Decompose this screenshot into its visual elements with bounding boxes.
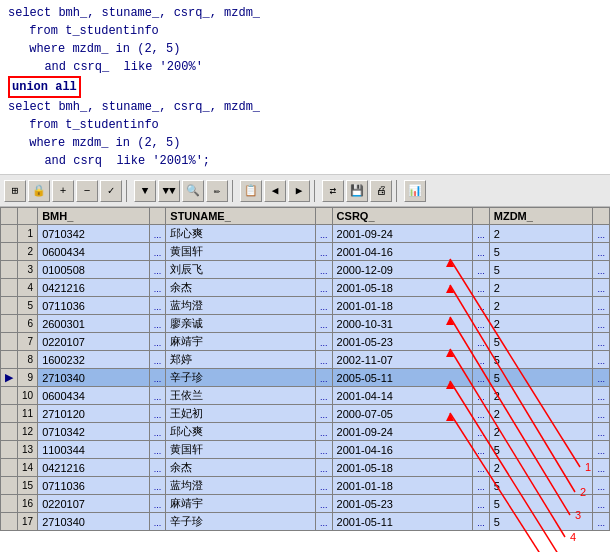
cell-stuname-dots: ... bbox=[316, 333, 333, 351]
table-body: 10710342...邱心爽...2001-09-24...2...206004… bbox=[1, 225, 610, 531]
row-arrow-cell bbox=[1, 423, 18, 441]
table-row[interactable]: 120710342...邱心爽...2001-09-24...2... bbox=[1, 423, 610, 441]
row-arrow-cell bbox=[1, 243, 18, 261]
cell-mzdm-dots: ... bbox=[593, 369, 610, 387]
cell-bmh: 2710120 bbox=[38, 405, 150, 423]
cell-mzdm-dots: ... bbox=[593, 423, 610, 441]
table-row[interactable]: 112710120...王妃初...2000-07-05...2... bbox=[1, 405, 610, 423]
row-number: 9 bbox=[18, 369, 38, 387]
cell-stuname-dots: ... bbox=[316, 477, 333, 495]
cell-stuname-dots: ... bbox=[316, 243, 333, 261]
cell-csrq: 2001-04-16 bbox=[332, 441, 473, 459]
code-line-7: from t_studentinfo bbox=[6, 116, 604, 134]
cell-bmh-dots: ... bbox=[149, 243, 166, 261]
table-row[interactable]: 10710342...邱心爽...2001-09-24...2... bbox=[1, 225, 610, 243]
cell-stuname: 刘辰飞 bbox=[166, 261, 316, 279]
cell-csrq-dots: ... bbox=[473, 387, 490, 405]
table-row[interactable]: 100600434...王依兰...2001-04-14...2... bbox=[1, 387, 610, 405]
cell-csrq-dots: ... bbox=[473, 297, 490, 315]
cell-bmh-dots: ... bbox=[149, 459, 166, 477]
cell-stuname-dots: ... bbox=[316, 423, 333, 441]
cell-stuname: 余杰 bbox=[166, 459, 316, 477]
cell-mzdm-dots: ... bbox=[593, 297, 610, 315]
cell-bmh: 0421216 bbox=[38, 279, 150, 297]
chart-button[interactable]: 📊 bbox=[404, 180, 426, 202]
cell-mzdm-dots: ... bbox=[593, 333, 610, 351]
cell-csrq: 2001-05-23 bbox=[332, 495, 473, 513]
cell-bmh-dots: ... bbox=[149, 423, 166, 441]
grid-view-button[interactable]: ⊞ bbox=[4, 180, 26, 202]
cell-stuname: 蓝均澄 bbox=[166, 297, 316, 315]
cell-bmh-dots: ... bbox=[149, 261, 166, 279]
cell-bmh-dots: ... bbox=[149, 477, 166, 495]
cell-mzdm: 2 bbox=[489, 225, 593, 243]
cell-bmh-dots: ... bbox=[149, 495, 166, 513]
sort-asc-button[interactable]: ▼ bbox=[134, 180, 156, 202]
edit-button[interactable]: ✏ bbox=[206, 180, 228, 202]
table-row[interactable]: 20600434...黄国轩...2001-04-16...5... bbox=[1, 243, 610, 261]
col-stuname-dots bbox=[316, 208, 333, 225]
cell-bmh: 0600434 bbox=[38, 243, 150, 261]
code-line-8: where mzdm_ in (2, 5) bbox=[6, 134, 604, 152]
table-row[interactable]: 70220107...麻靖宇...2001-05-23...5... bbox=[1, 333, 610, 351]
cell-mzdm: 2 bbox=[489, 315, 593, 333]
cell-mzdm-dots: ... bbox=[593, 495, 610, 513]
transfer-button[interactable]: ⇄ bbox=[322, 180, 344, 202]
table-row[interactable]: 30100508...刘辰飞...2000-12-09...5... bbox=[1, 261, 610, 279]
table-row[interactable]: ▶92710340...辛子珍...2005-05-11...5... bbox=[1, 369, 610, 387]
code-line-1: select bmh_, stuname_, csrq_, mzdm_ bbox=[6, 4, 604, 22]
print-button[interactable]: 🖨 bbox=[370, 180, 392, 202]
table-row[interactable]: 40421216...余杰...2001-05-18...2... bbox=[1, 279, 610, 297]
table-row[interactable]: 62600301...廖亲诚...2000-10-31...2... bbox=[1, 315, 610, 333]
cell-bmh: 0220107 bbox=[38, 333, 150, 351]
table-row[interactable]: 50711036...蓝均澄...2001-01-18...2... bbox=[1, 297, 610, 315]
cell-csrq: 2001-01-18 bbox=[332, 297, 473, 315]
cell-csrq-dots: ... bbox=[473, 243, 490, 261]
col-bmh-dots bbox=[149, 208, 166, 225]
cell-mzdm-dots: ... bbox=[593, 225, 610, 243]
cell-stuname-dots: ... bbox=[316, 261, 333, 279]
cell-csrq: 2001-05-11 bbox=[332, 513, 473, 531]
sort-desc-button[interactable]: ▼▼ bbox=[158, 180, 180, 202]
search-button[interactable]: 🔍 bbox=[182, 180, 204, 202]
table-row[interactable]: 172710340...辛子珍...2001-05-11...5... bbox=[1, 513, 610, 531]
remove-row-button[interactable]: − bbox=[76, 180, 98, 202]
row-arrow-cell bbox=[1, 441, 18, 459]
add-row-button[interactable]: + bbox=[52, 180, 74, 202]
row-number: 16 bbox=[18, 495, 38, 513]
table-row[interactable]: 131100344...黄国轩...2001-04-16...5... bbox=[1, 441, 610, 459]
cell-stuname-dots: ... bbox=[316, 495, 333, 513]
cell-mzdm: 5 bbox=[489, 243, 593, 261]
col-stuname[interactable]: STUNAME_ bbox=[166, 208, 316, 225]
confirm-button[interactable]: ✓ bbox=[100, 180, 122, 202]
code-line-6: select bmh_, stuname_, csrq_, mzdm_ bbox=[6, 98, 604, 116]
table-row[interactable]: 140421216...余杰...2001-05-18...2... bbox=[1, 459, 610, 477]
cell-bmh-dots: ... bbox=[149, 225, 166, 243]
table-row[interactable]: 150711036...蓝均澄...2001-01-18...5... bbox=[1, 477, 610, 495]
table-row[interactable]: 160220107...麻靖宇...2001-05-23...5... bbox=[1, 495, 610, 513]
cell-stuname-dots: ... bbox=[316, 297, 333, 315]
save-button[interactable]: 💾 bbox=[346, 180, 368, 202]
code-editor[interactable]: select bmh_, stuname_, csrq_, mzdm_ from… bbox=[0, 0, 610, 175]
code-line-9: and csrq like '2001%'; bbox=[6, 152, 604, 170]
cell-stuname-dots: ... bbox=[316, 315, 333, 333]
col-mzdm[interactable]: MZDM_ bbox=[489, 208, 593, 225]
cell-mzdm-dots: ... bbox=[593, 387, 610, 405]
prev-button[interactable]: ◀ bbox=[264, 180, 286, 202]
row-number: 2 bbox=[18, 243, 38, 261]
row-number: 14 bbox=[18, 459, 38, 477]
row-arrow-cell bbox=[1, 279, 18, 297]
cell-csrq-dots: ... bbox=[473, 279, 490, 297]
copy-button[interactable]: 📋 bbox=[240, 180, 262, 202]
next-button[interactable]: ▶ bbox=[288, 180, 310, 202]
cell-csrq: 2005-05-11 bbox=[332, 369, 473, 387]
table-row[interactable]: 81600232...郑婷...2002-11-07...5... bbox=[1, 351, 610, 369]
row-arrow-cell bbox=[1, 225, 18, 243]
lock-button[interactable]: 🔒 bbox=[28, 180, 50, 202]
row-arrow-cell bbox=[1, 495, 18, 513]
col-bmh[interactable]: BMH_ bbox=[38, 208, 150, 225]
cell-bmh-dots: ... bbox=[149, 387, 166, 405]
results-table-container[interactable]: BMH_ STUNAME_ CSRQ_ MZDM_ 10710342...邱心爽… bbox=[0, 207, 610, 552]
row-number: 15 bbox=[18, 477, 38, 495]
col-csrq[interactable]: CSRQ_ bbox=[332, 208, 473, 225]
